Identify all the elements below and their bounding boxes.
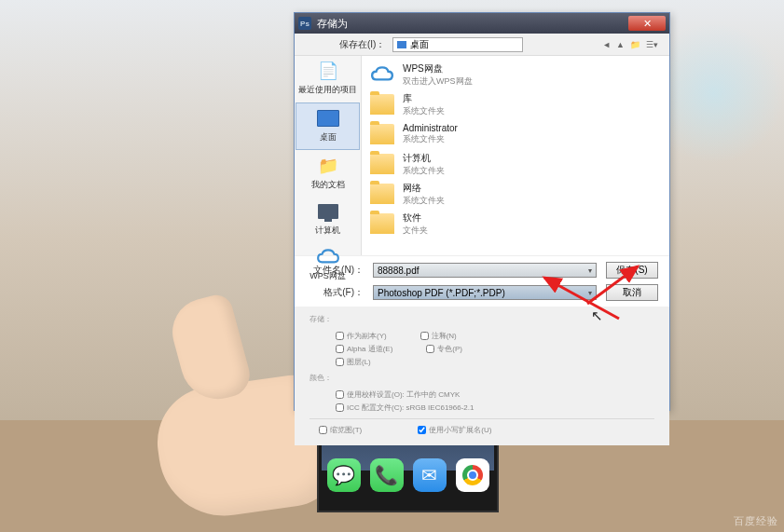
layers-checkbox[interactable]: 图层(L) <box>336 357 371 367</box>
folder-net-icon <box>369 182 395 206</box>
save-as-dialog: Ps 存储为 ✕ 保存在(I)： 桌面 ◄ ▲ 📁 ☰▾ 📄最近使用的项目桌面📁… <box>294 12 670 411</box>
folder-lib-icon <box>369 92 395 116</box>
icc-checkbox[interactable]: ICC 配置文件(C): sRGB IEC61966-2.1 <box>336 402 474 413</box>
back-icon[interactable]: ◄ <box>602 40 611 49</box>
up-icon[interactable]: ▲ <box>616 40 625 49</box>
alpha-checkbox[interactable]: Alpha 通道(E) <box>336 344 392 354</box>
watermark-text: 百度经验 <box>734 514 778 528</box>
file-subtitle: 系统文件夹 <box>403 195 445 207</box>
place-label: 我的文档 <box>311 179 345 191</box>
cloud-icon <box>369 62 395 87</box>
file-item[interactable]: 计算机系统文件夹 <box>365 149 666 179</box>
save-section-label: 存储： <box>309 314 332 324</box>
save-in-row: 保存在(I)： 桌面 ◄ ▲ 📁 ☰▾ <box>295 34 669 56</box>
color-section-label: 颜色： <box>309 373 332 383</box>
dialog-titlebar[interactable]: Ps 存储为 ✕ <box>295 13 669 34</box>
file-name: 计算机 <box>403 152 445 165</box>
notes-checkbox[interactable]: 注释(N) <box>420 331 457 341</box>
desktop-icon <box>397 41 406 48</box>
recent-icon: 📄 <box>315 60 341 82</box>
place-label: 桌面 <box>320 131 337 143</box>
file-item[interactable]: Administrator系统文件夹 <box>365 119 666 149</box>
save-button[interactable]: 保存(S) <box>606 262 658 279</box>
file-subtitle: 文件夹 <box>403 225 428 237</box>
file-item[interactable]: WPS网盘双击进入WPS网盘 <box>365 60 666 89</box>
computer-icon <box>315 200 341 223</box>
place-item-recent[interactable]: 📄最近使用的项目 <box>295 56 361 102</box>
file-name: Administrator <box>403 123 458 133</box>
place-item-computer[interactable]: 计算机 <box>295 197 361 242</box>
file-item[interactable]: 软件文件夹 <box>365 209 666 239</box>
file-name: WPS网盘 <box>403 62 473 75</box>
folder-icon <box>369 211 395 236</box>
place-item-desktop[interactable]: 桌面 <box>296 102 360 150</box>
dialog-title: 存储为 <box>317 17 628 31</box>
save-options-panel: 存储： 作为副本(Y) 注释(N) Alpha 通道(E) 专色(P) 图层(L… <box>295 307 669 445</box>
filename-label: 文件名(N)： <box>306 264 364 277</box>
save-in-value: 桌面 <box>410 38 429 51</box>
place-item-documents[interactable]: 📁我的文档 <box>295 151 361 197</box>
place-label: 计算机 <box>315 225 340 237</box>
cancel-button[interactable]: 取消 <box>606 284 658 301</box>
save-in-combo[interactable]: 桌面 <box>392 37 523 52</box>
phone-app-icon: 📞 <box>370 458 404 492</box>
folder-user-icon <box>369 122 395 146</box>
places-sidebar: 📄最近使用的项目桌面📁我的文档计算机WPS网盘 <box>295 56 362 255</box>
file-name: 软件 <box>403 211 428 225</box>
save-copy-checkbox[interactable]: 作为副本(Y) <box>336 331 387 341</box>
dialog-toolbar: ◄ ▲ 📁 ☰▾ <box>602 40 658 49</box>
lowercase-ext-checkbox[interactable]: 使用小写扩展名(U) <box>418 425 491 435</box>
mouse-cursor-icon: ↖ <box>591 307 603 324</box>
proof-checkbox[interactable]: 使用校样设置(O): 工作中的 CMYK <box>336 389 460 400</box>
file-item[interactable]: 网络系统文件夹 <box>365 179 666 209</box>
desktop-icon <box>315 107 341 130</box>
file-subtitle: 系统文件夹 <box>403 133 458 145</box>
mail-app-icon: ✉ <box>413 458 447 492</box>
photoshop-badge-icon: Ps <box>298 17 311 30</box>
chrome-app-icon <box>456 458 489 492</box>
file-name: 库 <box>403 92 445 105</box>
documents-icon: 📁 <box>315 155 341 177</box>
format-label: 格式(F)： <box>306 286 364 299</box>
file-list[interactable]: WPS网盘双击进入WPS网盘库系统文件夹Administrator系统文件夹计算… <box>362 56 669 255</box>
view-icon[interactable]: ☰▾ <box>646 40 658 49</box>
close-button[interactable]: ✕ <box>628 16 666 31</box>
spot-checkbox[interactable]: 专色(P) <box>426 344 462 354</box>
file-subtitle: 系统文件夹 <box>403 105 445 117</box>
file-subtitle: 系统文件夹 <box>403 165 445 177</box>
file-subtitle: 双击进入WPS网盘 <box>403 75 473 88</box>
place-label: 最近使用的项目 <box>298 84 357 96</box>
messages-app-icon: 💬 <box>327 458 361 492</box>
format-combo[interactable]: Photoshop PDF (*.PDF;*.PDP) <box>373 285 597 300</box>
file-item[interactable]: 库系统文件夹 <box>365 89 666 119</box>
thumbnail-checkbox[interactable]: 缩览图(T) <box>319 425 362 435</box>
folder-pc-icon <box>369 152 395 176</box>
save-in-label: 保存在(I)： <box>339 38 385 51</box>
file-name: 网络 <box>403 182 445 195</box>
filename-input[interactable]: 88888.pdf <box>373 263 597 278</box>
new-folder-icon[interactable]: 📁 <box>630 40 640 49</box>
